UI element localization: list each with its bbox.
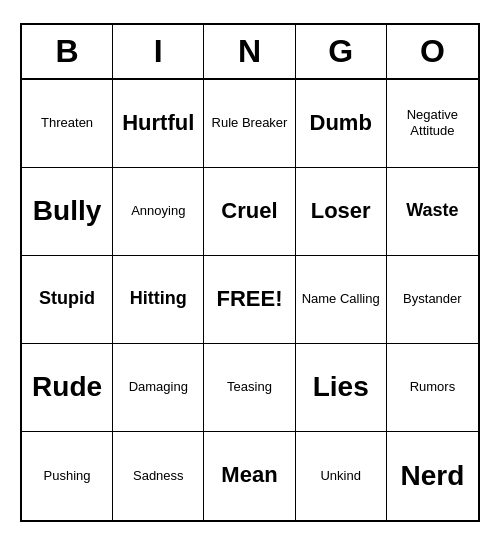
cell-label: Bystander bbox=[403, 291, 462, 307]
bingo-cell: Nerd bbox=[387, 432, 478, 520]
bingo-cell: Lies bbox=[296, 344, 387, 432]
bingo-cell: Unkind bbox=[296, 432, 387, 520]
cell-label: Unkind bbox=[320, 468, 360, 484]
cell-label: Dumb bbox=[310, 110, 372, 136]
header-letter: G bbox=[296, 25, 387, 78]
bingo-cell: Pushing bbox=[22, 432, 113, 520]
bingo-cell: Rude bbox=[22, 344, 113, 432]
bingo-cell: Annoying bbox=[113, 168, 204, 256]
bingo-cell: Name Calling bbox=[296, 256, 387, 344]
cell-label: Mean bbox=[221, 462, 277, 488]
cell-label: Rule Breaker bbox=[212, 115, 288, 131]
header-letter: I bbox=[113, 25, 204, 78]
bingo-cell: Waste bbox=[387, 168, 478, 256]
cell-label: Teasing bbox=[227, 379, 272, 395]
cell-label: Threaten bbox=[41, 115, 93, 131]
cell-label: Name Calling bbox=[302, 291, 380, 307]
cell-label: Damaging bbox=[129, 379, 188, 395]
header-letter: B bbox=[22, 25, 113, 78]
cell-label: Pushing bbox=[44, 468, 91, 484]
cell-label: Nerd bbox=[400, 459, 464, 493]
bingo-cell: Bystander bbox=[387, 256, 478, 344]
bingo-cell: Negative Attitude bbox=[387, 80, 478, 168]
bingo-cell: Dumb bbox=[296, 80, 387, 168]
bingo-cell: Teasing bbox=[204, 344, 295, 432]
bingo-cell: Sadness bbox=[113, 432, 204, 520]
cell-label: Waste bbox=[406, 200, 458, 222]
cell-label: Rumors bbox=[410, 379, 456, 395]
cell-label: Bully bbox=[33, 194, 101, 228]
cell-label: Hurtful bbox=[122, 110, 194, 136]
cell-label: Lies bbox=[313, 370, 369, 404]
bingo-card: BINGO ThreatenHurtfulRule BreakerDumbNeg… bbox=[20, 23, 480, 522]
bingo-cell: Rule Breaker bbox=[204, 80, 295, 168]
bingo-cell: Mean bbox=[204, 432, 295, 520]
bingo-cell: Threaten bbox=[22, 80, 113, 168]
cell-label: Hitting bbox=[130, 288, 187, 310]
bingo-cell: Bully bbox=[22, 168, 113, 256]
cell-label: Negative Attitude bbox=[391, 107, 474, 138]
header-letter: N bbox=[204, 25, 295, 78]
bingo-cell: Hurtful bbox=[113, 80, 204, 168]
header-letter: O bbox=[387, 25, 478, 78]
cell-label: FREE! bbox=[216, 286, 282, 312]
bingo-cell: Cruel bbox=[204, 168, 295, 256]
bingo-cell: Loser bbox=[296, 168, 387, 256]
cell-label: Rude bbox=[32, 370, 102, 404]
cell-label: Cruel bbox=[221, 198, 277, 224]
bingo-cell: Hitting bbox=[113, 256, 204, 344]
bingo-grid: ThreatenHurtfulRule BreakerDumbNegative … bbox=[22, 80, 478, 520]
bingo-cell: Stupid bbox=[22, 256, 113, 344]
cell-label: Stupid bbox=[39, 288, 95, 310]
cell-label: Loser bbox=[311, 198, 371, 224]
cell-label: Annoying bbox=[131, 203, 185, 219]
bingo-cell: Rumors bbox=[387, 344, 478, 432]
bingo-header: BINGO bbox=[22, 25, 478, 80]
bingo-cell: FREE! bbox=[204, 256, 295, 344]
cell-label: Sadness bbox=[133, 468, 184, 484]
bingo-cell: Damaging bbox=[113, 344, 204, 432]
